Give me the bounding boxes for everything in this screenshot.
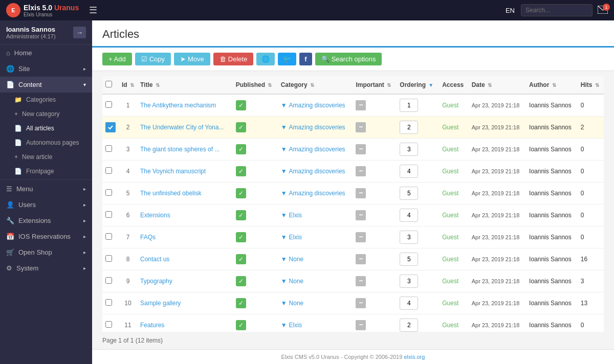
category-link[interactable]: ▼None (281, 278, 350, 285)
ordering-input[interactable] (400, 165, 418, 178)
row-published[interactable]: ✓ (233, 270, 278, 292)
ordering-input[interactable] (400, 99, 418, 112)
article-title-link[interactable]: The Voynich manuscript (140, 168, 206, 175)
row-important[interactable]: − (353, 270, 397, 292)
add-button[interactable]: + Add (102, 53, 132, 65)
row-checkbox[interactable] (105, 233, 112, 240)
col-important[interactable]: Important ⇅ (353, 76, 397, 94)
col-title[interactable]: Title ⇅ (137, 76, 233, 94)
move-button[interactable]: ➤ Move (174, 53, 210, 65)
row-checkbox-cell[interactable] (102, 226, 119, 248)
row-title[interactable]: Features (137, 314, 233, 332)
article-title-link[interactable]: Contact us (140, 256, 169, 263)
important-toggle[interactable]: − (356, 188, 366, 198)
col-ordering[interactable]: Ordering ▼ (397, 76, 439, 94)
hamburger-menu[interactable]: ☰ (89, 5, 97, 16)
row-checkbox[interactable] (105, 167, 112, 174)
published-check[interactable]: ✓ (236, 232, 246, 242)
row-important[interactable]: − (353, 226, 397, 248)
ordering-input[interactable] (400, 318, 418, 332)
row-important[interactable]: − (353, 117, 397, 139)
select-all-header[interactable] (102, 76, 119, 94)
article-title-link[interactable]: Typography (140, 278, 172, 285)
row-title[interactable]: Typography (137, 270, 233, 292)
row-category[interactable]: ▼None (278, 270, 353, 292)
row-checkbox-cell[interactable] (102, 161, 119, 183)
sidebar-item-extensions[interactable]: 🔧 Extensions ▸ (0, 213, 92, 229)
row-category[interactable]: ▼None (278, 248, 353, 270)
row-checkbox[interactable] (105, 145, 112, 152)
row-title[interactable]: The giant stone spheres of ... (137, 139, 233, 161)
sidebar-item-all-articles[interactable]: 📄 All articles (0, 121, 92, 135)
row-checkbox-cell[interactable] (102, 183, 119, 204)
sidebar-item-ios-reservations[interactable]: 📅 IOS Reservations ▸ (0, 229, 92, 244)
row-ordering[interactable] (397, 248, 439, 270)
row-checkbox-cell[interactable] (102, 117, 119, 139)
col-id[interactable]: Id ⇅ (119, 76, 137, 94)
twitter-button[interactable]: 🐦 (278, 53, 296, 65)
ordering-input[interactable] (400, 275, 418, 288)
ordering-input[interactable] (400, 297, 418, 310)
row-published[interactable]: ✓ (233, 226, 278, 248)
row-category[interactable]: ▼Elxis (278, 314, 353, 332)
ordering-input[interactable] (400, 231, 418, 244)
important-toggle[interactable]: − (356, 144, 366, 154)
row-category[interactable]: ▼Elxis (278, 226, 353, 248)
row-published[interactable]: ✓ (233, 248, 278, 270)
col-category[interactable]: Category ⇅ (278, 76, 353, 94)
sidebar-item-autonomous-pages[interactable]: 📄 Autonomous pages (0, 135, 92, 150)
row-ordering[interactable] (397, 139, 439, 161)
row-important[interactable]: − (353, 204, 397, 226)
published-check[interactable]: ✓ (236, 122, 246, 132)
row-ordering[interactable] (397, 161, 439, 183)
article-title-link[interactable]: The Underwater City of Yona... (140, 124, 224, 131)
published-check[interactable]: ✓ (236, 188, 246, 198)
ordering-input[interactable] (400, 209, 418, 222)
row-published[interactable]: ✓ (233, 139, 278, 161)
article-title-link[interactable]: The unfinished obelisk (140, 190, 201, 197)
row-title[interactable]: FAQs (137, 226, 233, 248)
published-check[interactable]: ✓ (236, 166, 246, 176)
row-category[interactable]: ▼None (278, 292, 353, 314)
row-checkbox[interactable] (105, 255, 112, 262)
row-published[interactable]: ✓ (233, 161, 278, 183)
row-ordering[interactable] (397, 270, 439, 292)
sidebar-item-new-article[interactable]: + New article (0, 150, 92, 164)
important-toggle[interactable]: − (356, 210, 366, 220)
ordering-input[interactable] (400, 121, 418, 134)
search-input[interactable] (521, 4, 593, 16)
category-link[interactable]: ▼None (281, 256, 350, 263)
important-toggle[interactable]: − (356, 276, 366, 286)
row-category[interactable]: ▼Amazing discoveries (278, 183, 353, 204)
row-title[interactable]: The Underwater City of Yona... (137, 117, 233, 139)
published-check[interactable]: ✓ (236, 276, 246, 286)
important-toggle[interactable]: − (356, 232, 366, 242)
row-title[interactable]: Sample gallery (137, 292, 233, 314)
search-options-button[interactable]: 🔍 Search options (315, 53, 382, 65)
col-date[interactable]: Date ⇅ (469, 76, 526, 94)
important-toggle[interactable]: − (356, 254, 366, 264)
row-checkbox-cell[interactable] (102, 248, 119, 270)
row-published[interactable]: ✓ (233, 183, 278, 204)
row-ordering[interactable] (397, 292, 439, 314)
sidebar-item-users[interactable]: 👤 Users ▸ (0, 197, 92, 213)
row-checkbox[interactable] (105, 122, 116, 132)
col-published[interactable]: Published ⇅ (233, 76, 278, 94)
sidebar-item-site[interactable]: 🌐 Site ▸ (0, 61, 92, 77)
delete-button[interactable]: 🗑 Delete (213, 53, 254, 65)
globe-button[interactable]: 🌐 (256, 53, 275, 65)
row-title[interactable]: The Voynich manuscript (137, 161, 233, 183)
row-checkbox[interactable] (105, 321, 112, 328)
sidebar-item-categories[interactable]: 📁 Categories (0, 93, 92, 107)
row-checkbox[interactable] (105, 101, 112, 108)
row-important[interactable]: − (353, 183, 397, 204)
important-toggle[interactable]: − (356, 166, 366, 176)
sidebar-item-menu[interactable]: ☰ Menu ▸ (0, 181, 92, 197)
row-ordering[interactable] (397, 183, 439, 204)
sidebar-item-content[interactable]: 📄 Content ▾ (0, 77, 92, 93)
sidebar-item-home[interactable]: ⌂ Home (0, 45, 92, 61)
ordering-input[interactable] (400, 253, 418, 266)
row-title[interactable]: Contact us (137, 248, 233, 270)
category-link[interactable]: ▼Amazing discoveries (281, 190, 350, 197)
category-link[interactable]: ▼Elxis (281, 234, 350, 241)
